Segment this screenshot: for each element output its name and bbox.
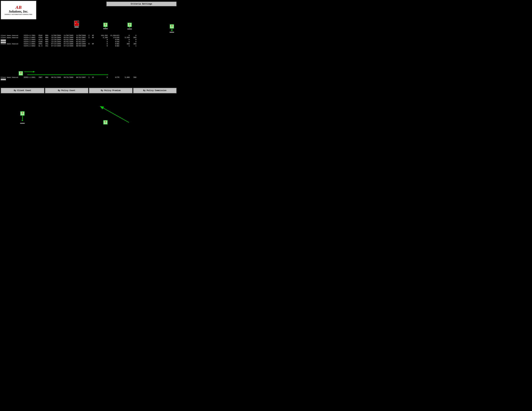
date1: 08/31/2006 [51,76,63,78]
count1: 2 [88,37,92,38]
policy-status: CN1 [45,45,51,47]
data-table: Client Names Removed VISTA-2-7001 PEAO R… [1,35,177,47]
by-client-count-button[interactable]: By Client Count [1,88,44,93]
doc-icon-base [75,27,79,28]
commission: 0 [108,76,116,78]
premium: 0 [96,45,108,47]
date1: 11/09/2004 [51,35,63,37]
table-row: Client Names Removed VISTA-2-8001 FIDU R… [1,37,177,38]
value3: 6,030 [123,37,130,38]
premium: 0 [96,41,108,43]
value4: 0 [130,39,136,41]
date1: 12/16/2004 [51,41,63,43]
date2: 02/01/2006 [64,37,76,38]
help-btn-base-lower-left [20,123,25,124]
premium: 0 [96,76,108,78]
date3: 08/05/2006 [76,45,88,47]
tick-marks-row1 [1,39,6,41]
value3: 0 [123,39,130,41]
policy-type: FIDU [38,37,45,38]
help-button-lower-right[interactable]: ? [103,120,108,125]
bottom-button-bar: By Client Count By Policy Count By Polic… [1,88,177,93]
company: ITR [116,76,123,78]
date2: 02/01/2006 [64,39,76,41]
policy-number: VISTA-2-9001 [24,43,38,45]
tick-marks-row2 [1,42,6,43]
by-policy-commission-button[interactable]: By Policy Commission [133,88,177,93]
help-group-3: ? [170,24,174,33]
value4: 905 [130,37,136,38]
premium: 104,582 [96,35,108,37]
help-button-4[interactable]: ? [19,71,23,75]
table-row: VISTA-2-9002 GL-S CN1 07/14/2006 07/14/2… [1,45,177,47]
value3: 309 [123,43,130,45]
arrow-down-3 [171,30,173,31]
help-group-lower-right: ? [103,120,108,121]
hline-right [24,72,33,72]
help-button-lower-left[interactable]: ? [20,111,25,116]
date1: 12/16/2004 [51,37,63,38]
client-name: Client Names Removed [1,37,23,38]
arrow-up-icon [22,119,23,121]
commission: 0 [108,43,116,45]
date3: 02/01/2007 [76,41,88,43]
count1: 0 [88,43,92,45]
table-row: VISTA-2-8004 KIDN REN 12/16/2004 02/01/2… [1,41,177,43]
value3: 5,000 [123,76,130,78]
table-row: Client Names Removed VISTA-2-7001 PEAO R… [1,35,177,37]
help-button-1[interactable]: ? [103,23,108,27]
value4: 1 [130,45,136,47]
help-group-2: ? [127,23,132,29]
commission: 12,664 [108,35,116,37]
criteria-header: Criteria Settings [106,2,177,6]
doc-icon[interactable] [74,21,79,28]
value4: 0 [130,35,136,37]
policy-status: REN [45,39,51,41]
policy-number: ZERO2-1-2001 [24,76,38,78]
policy-type: KIDN [38,41,45,43]
policy-type: CR-S [38,39,45,41]
by-policy-count-button[interactable]: By Policy Count [45,88,88,93]
help-group-lower-left: ? [20,111,25,124]
logo-tagline: AGENCY AUTOMATION CONSULTING [5,14,32,15]
logo-solutions: Solutions, Inc. [9,10,28,13]
date1: 12/16/2004 [51,39,63,41]
tick-marks-table2 [1,79,177,80]
help-button-2[interactable]: ? [127,23,132,27]
date1: 07/14/2006 [51,45,63,47]
value3: 0 [123,41,130,43]
table-row: VISTA-2-5003 CR-S REN 12/16/2004 02/01/2… [1,39,177,41]
help-btn-base-3 [170,32,174,33]
date2: 07/14/2006 [64,45,76,47]
policy-type: GL-S [38,45,45,47]
help-button-3[interactable]: ? [170,24,174,29]
flag1: SI [92,76,96,78]
green-separator-line [28,75,108,75]
company: CHU [116,39,123,41]
help-group-1: ? [103,23,108,29]
policy-number: VISTA-2-8001 [24,37,38,38]
policy-status: REN [45,37,51,38]
premium: 0 [96,39,108,41]
client-name: Client Names Removed [1,35,23,37]
company: ABI [116,43,123,45]
value4: 0 [130,41,136,43]
client-name: Client Names Removed [1,43,23,45]
policy-number: VISTA-2-5003 [24,39,38,41]
date2: 11/09/2005 [64,35,76,37]
help-btn-base-1 [103,28,108,29]
policy-type: INET [38,76,45,78]
lower-section: ? ? [0,95,177,137]
company: ABI [116,45,123,47]
count1: 1 [88,76,92,78]
document-icon[interactable] [74,21,79,26]
policy-status: CN1 [45,43,51,45]
table-row-2: Client Names Removed ZERO2-1-2001 INET N… [1,76,177,78]
arrow-right-group [24,71,35,73]
date3: 08/31/2007 [76,76,88,78]
by-policy-premium-button[interactable]: By Policy Premium [89,88,133,93]
policy-type: SPEC [38,43,45,45]
help-btn-base-2 [127,28,132,29]
flag1: NF [92,43,96,45]
date2: 07/14/2006 [64,43,76,45]
